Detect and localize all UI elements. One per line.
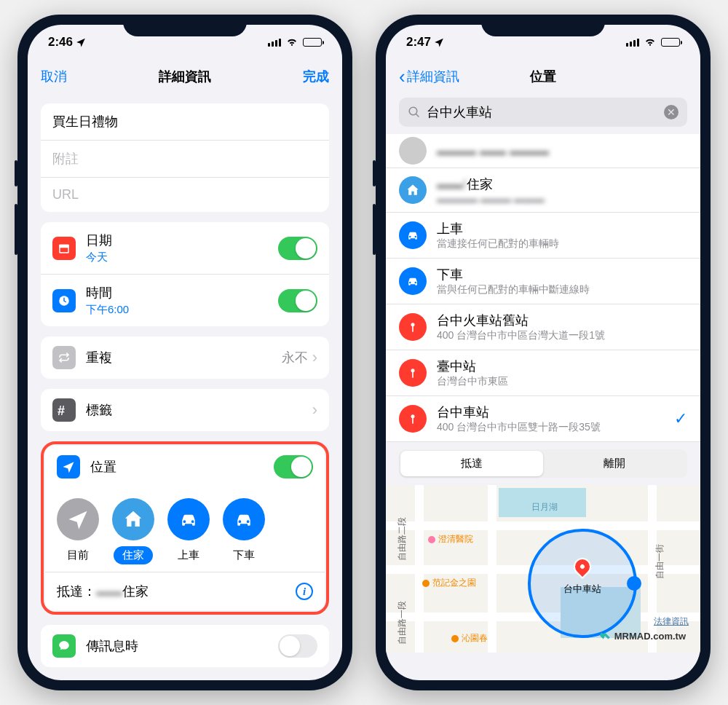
back-button[interactable]: ‹詳細資訊	[399, 66, 459, 88]
tags-label: 標籤	[86, 401, 112, 419]
info-icon[interactable]: i	[296, 583, 313, 600]
pin-icon	[399, 405, 427, 433]
watermark: MRMAD.com.tw	[598, 629, 686, 642]
location-opt-current[interactable]: 目前	[57, 498, 99, 564]
poi-food1: 范記金之園	[422, 577, 476, 589]
calendar-icon	[52, 237, 76, 260]
seg-leave[interactable]: 離開	[543, 451, 686, 476]
pin-icon	[399, 313, 427, 341]
checkmark-icon: ✓	[674, 409, 687, 428]
car-icon	[399, 267, 427, 295]
notes-field[interactable]: 附註	[41, 140, 329, 177]
nav-title: 詳細資訊	[159, 68, 211, 85]
date-row[interactable]: 日期今天	[41, 222, 329, 274]
clear-icon[interactable]: ✕	[664, 105, 678, 119]
location-highlight: 位置 目前 住家 上車	[41, 441, 329, 615]
time-toggle[interactable]	[278, 289, 317, 312]
screen-left: 2:46 取消 詳細資訊 完成 買生日禮物 附註 URL 日	[28, 25, 342, 680]
poi-hospital: 澄清醫院	[428, 533, 473, 546]
road-label: 自由路二段	[396, 517, 408, 561]
date-value: 今天	[86, 251, 278, 264]
result-row-taichung[interactable]: 臺中站台灣台中市東區	[386, 350, 700, 396]
home-icon	[112, 498, 154, 540]
chevron-right-icon: ›	[312, 348, 317, 367]
content[interactable]: 買生日禮物 附註 URL 日期今天 時間下午6:00	[28, 93, 342, 680]
phone-right: 2:47 ‹詳細資訊 位置 台中火車站 ✕ ▬▬▬ ▬▬ ▬▬▬	[376, 15, 711, 690]
arrival-suffix: 住家	[122, 583, 149, 600]
message-icon	[52, 634, 76, 658]
notch	[481, 15, 605, 36]
clock-icon	[52, 289, 76, 312]
car-icon	[399, 221, 427, 249]
repeat-row[interactable]: 重複 永不›	[41, 336, 329, 379]
wifi-icon	[285, 35, 298, 50]
chevron-left-icon: ‹	[399, 66, 405, 88]
location-toggle[interactable]	[274, 455, 313, 478]
status-time: 2:46	[48, 35, 73, 50]
result-row-station-old[interactable]: 台中火車站舊站400 台灣台中市中區台灣大道一段1號	[386, 304, 700, 350]
pin-label: 台中車站	[563, 583, 601, 596]
arrival-row[interactable]: 抵達： ▬▬ 住家 i	[45, 572, 325, 610]
svg-rect-9	[412, 417, 414, 423]
poi-lake: 日月湖	[531, 501, 558, 513]
wifi-icon	[644, 35, 657, 50]
svg-rect-7	[412, 371, 414, 377]
messaging-toggle[interactable]	[278, 634, 317, 658]
status-time: 2:47	[406, 35, 431, 50]
search-icon	[408, 106, 421, 119]
result-row-getout[interactable]: 下車當與任何已配對的車輛中斷連線時	[386, 259, 700, 304]
car-icon	[223, 498, 265, 540]
location-icon	[57, 455, 80, 478]
geofence-handle[interactable]	[627, 576, 641, 591]
search-value: 台中火車站	[427, 103, 658, 121]
chevron-right-icon: ›	[312, 401, 317, 420]
poi-legal[interactable]: 法律資訊	[654, 615, 689, 628]
pin-icon	[399, 359, 427, 387]
battery-icon	[661, 38, 680, 47]
poi-food2: 沁園春	[451, 632, 488, 645]
battery-icon	[303, 38, 322, 47]
location-row[interactable]: 位置	[45, 446, 325, 488]
arrival-prefix: 抵達：	[57, 583, 96, 600]
location-opt-getin[interactable]: 上車	[167, 498, 210, 564]
screen-right: 2:47 ‹詳細資訊 位置 台中火車站 ✕ ▬▬▬ ▬▬ ▬▬▬	[386, 25, 700, 680]
time-row[interactable]: 時間下午6:00	[41, 274, 329, 326]
location-options: 目前 住家 上車 下車	[45, 488, 325, 572]
result-row-getin[interactable]: 上車當連接任何已配對的車輛時	[386, 213, 700, 259]
repeat-icon	[52, 346, 76, 369]
car-icon	[167, 498, 210, 540]
result-row-blurred[interactable]: ▬▬▬ ▬▬ ▬▬▬	[386, 134, 700, 168]
location-arrow-icon	[76, 37, 86, 47]
seg-arrive[interactable]: 抵達	[400, 451, 543, 476]
location-arrow-icon	[434, 37, 444, 47]
tags-row[interactable]: # 標籤 ›	[41, 389, 329, 431]
time-value: 下午6:00	[86, 303, 278, 317]
title-field[interactable]: 買生日禮物	[41, 103, 329, 140]
date-toggle[interactable]	[278, 237, 317, 260]
svg-rect-1	[59, 244, 69, 247]
location-opt-getout[interactable]: 下車	[223, 498, 265, 564]
done-button[interactable]: 完成	[303, 68, 329, 85]
placeholder-icon	[399, 137, 427, 165]
road-label: 自由路一段	[396, 601, 408, 645]
result-row-station[interactable]: 台中車站400 台灣台中市中區雙十路一段35號 ✓	[386, 396, 700, 442]
home-icon	[399, 176, 427, 204]
repeat-value: 永不	[282, 349, 308, 366]
messaging-label: 傳訊息時	[86, 637, 138, 655]
result-list: ▬▬▬ ▬▬ ▬▬▬ ▬▬!住家▬▬▬▬ ▬▬▬ ▬▬▬ 上車當連接任何已配對的…	[386, 134, 700, 442]
cancel-button[interactable]: 取消	[41, 68, 67, 85]
messaging-row[interactable]: 傳訊息時	[41, 625, 329, 667]
svg-rect-2	[60, 248, 68, 252]
location-opt-home[interactable]: 住家	[112, 498, 154, 564]
nav-title: 位置	[530, 68, 556, 85]
result-row-home[interactable]: ▬▬!住家▬▬▬▬ ▬▬▬ ▬▬▬	[386, 168, 700, 213]
nav-bar: 取消 詳細資訊 完成	[28, 60, 342, 93]
search-input[interactable]: 台中火車站 ✕	[399, 98, 687, 127]
map[interactable]: 日月湖 澄清醫院 范記金之園 沁園春 法律資訊 自由路二段 自由路一段 自由一街…	[386, 485, 700, 653]
notch	[123, 15, 247, 36]
url-field[interactable]: URL	[41, 177, 329, 212]
segmented-control[interactable]: 抵達 離開	[399, 449, 687, 478]
repeat-label: 重複	[86, 349, 112, 366]
signal-icon	[268, 38, 281, 47]
nav-bar: ‹詳細資訊 位置	[386, 60, 700, 93]
